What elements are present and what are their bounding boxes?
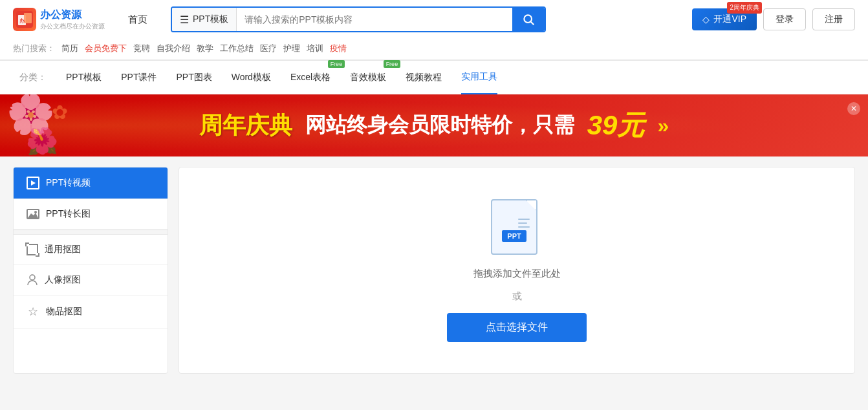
cat-ppt-chart[interactable]: PPT图表	[176, 61, 212, 94]
search-button[interactable]	[512, 8, 545, 31]
sidebar-item-object-matting[interactable]: ☆ 物品抠图	[14, 296, 168, 329]
sidebar-divider	[14, 230, 168, 235]
search-bar: ☰ PPT模板	[171, 6, 546, 32]
hot-tag-jingpin[interactable]: 竞聘	[133, 43, 150, 54]
video-convert-icon	[27, 177, 39, 189]
category-nav: 分类： PPT模板 PPT课件 PPT图表 Word模板 Excel表格 Fre…	[0, 61, 868, 94]
vip-badge: 2周年庆典	[727, 2, 762, 14]
vip-label: 开通VIP	[713, 14, 746, 25]
select-file-button[interactable]: 点击选择文件	[447, 313, 587, 342]
sidebar-item-ppt-to-image[interactable]: PPT转长图	[14, 199, 168, 230]
file-lines	[518, 219, 530, 228]
cat-word-template[interactable]: Word模板	[232, 61, 271, 94]
header: 办 办公资源 办公文档尽在办公资源 首页 ☰ PPT模板	[0, 0, 868, 61]
star-icon: ☆	[27, 305, 39, 319]
file-body: PPT	[491, 199, 537, 255]
register-button[interactable]: 注册	[812, 8, 855, 30]
svg-point-9	[30, 275, 35, 280]
hot-tag-jiaoxue[interactable]: 教学	[197, 43, 213, 54]
hot-tag-vip[interactable]: 会员免费下	[85, 43, 127, 54]
hot-tag-huli[interactable]: 护理	[283, 43, 300, 54]
sidebar-label-portrait-matting: 人像抠图	[45, 274, 81, 286]
cat-excel-template[interactable]: Excel表格 Free	[290, 61, 331, 94]
search-icon	[522, 13, 535, 26]
hot-label: 热门搜索：	[13, 43, 55, 54]
excel-label: Excel表格	[290, 72, 331, 82]
header-actions: 2周年庆典 ◇ 开通VIP 登录 注册	[692, 8, 855, 30]
sidebar-label-object-matting: 物品抠图	[46, 306, 82, 318]
ppt-file-icon: PPT	[491, 199, 543, 257]
banner-close-button[interactable]: ✕	[847, 102, 860, 115]
vip-button[interactable]: 2周年庆典 ◇ 开通VIP	[692, 8, 757, 30]
hot-tag-peixun[interactable]: 培训	[307, 43, 323, 54]
cat-ppt-course[interactable]: PPT课件	[121, 61, 157, 94]
sidebar-item-general-matting[interactable]: 通用抠图	[14, 235, 168, 265]
svg-point-8	[34, 211, 37, 213]
logo-text: 办公资源 办公文档尽在办公资源	[40, 8, 105, 31]
sidebar-label-ppt-image: PPT转长图	[46, 208, 91, 220]
diamond-icon: ◇	[702, 14, 710, 25]
banner-price: 39元	[587, 107, 645, 144]
hot-tag-yiliao[interactable]: 医疗	[260, 43, 277, 54]
logo[interactable]: 办 办公资源 办公文档尽在办公资源	[13, 8, 105, 31]
svg-rect-2	[24, 13, 32, 23]
upload-area[interactable]: PPT 拖拽添加文件至此处 或 点击选择文件	[179, 167, 855, 374]
file-label: PPT	[502, 230, 526, 242]
hot-searches: 热门搜索： 简历 会员免费下 竞聘 自我介绍 教学 工作总结 医疗 护理 培训 …	[13, 39, 855, 59]
hot-tag-ziwo[interactable]: 自我介绍	[157, 43, 190, 54]
svg-text:办: 办	[19, 18, 25, 24]
menu-icon: ☰	[180, 14, 189, 26]
hot-tag-yiqing[interactable]: 疫情	[330, 43, 347, 54]
cat-video-tutorial[interactable]: 视频教程	[406, 61, 442, 94]
svg-marker-6	[31, 180, 36, 186]
search-input[interactable]	[237, 14, 512, 25]
logo-sub-text: 办公文档尽在办公资源	[40, 22, 105, 31]
image-convert-icon	[27, 209, 39, 219]
search-category-selector[interactable]: ☰ PPT模板	[172, 8, 237, 31]
search-category-label: PPT模板	[193, 14, 228, 25]
sidebar-item-ppt-to-video[interactable]: PPT转视频	[14, 167, 168, 199]
cat-practical-tools[interactable]: 实用工具	[461, 61, 497, 94]
banner[interactable]: 🌸 🌺 ✿ 周年庆典 网站终身会员限时特价，只需 39元 » ✕	[0, 94, 868, 156]
sidebar-label-ppt-video: PPT转视频	[46, 177, 91, 189]
upload-inner: PPT 拖拽添加文件至此处 或 点击选择文件	[421, 173, 613, 368]
excel-free-badge: Free	[328, 60, 345, 68]
sidebar-label-general-matting: 通用抠图	[45, 244, 81, 255]
crop-icon	[27, 244, 38, 255]
drag-text: 拖拽添加文件至此处	[473, 268, 561, 280]
nav-home[interactable]: 首页	[118, 14, 158, 26]
banner-decoration: 🌸 🌺 ✿	[0, 94, 129, 156]
sidebar-item-portrait-matting[interactable]: 人像抠图	[14, 265, 168, 296]
logo-icon: 办	[13, 8, 36, 31]
logo-main-text: 办公资源	[40, 8, 105, 22]
svg-line-5	[531, 22, 534, 25]
svg-point-4	[524, 15, 532, 23]
banner-subtitle: 网站终身会员限时特价，只需	[305, 111, 574, 140]
banner-arrow: »	[657, 114, 669, 138]
main-content: PPT转视频 PPT转长图 通用抠图 人像抠图	[0, 156, 868, 384]
hot-tag-gongzuo[interactable]: 工作总结	[220, 43, 254, 54]
or-text: 或	[512, 290, 522, 303]
sidebar: PPT转视频 PPT转长图 通用抠图 人像抠图	[13, 167, 168, 374]
audio-free-badge: Free	[384, 60, 401, 68]
cat-ppt-template[interactable]: PPT模板	[66, 61, 102, 94]
login-button[interactable]: 登录	[763, 8, 806, 30]
cat-audio-template[interactable]: 音效模板 Free	[350, 61, 386, 94]
person-icon	[27, 274, 38, 286]
category-label: 分类：	[19, 72, 47, 83]
banner-text: 周年庆典 网站终身会员限时特价，只需 39元 »	[199, 107, 669, 144]
audio-label: 音效模板	[350, 72, 386, 82]
banner-title: 周年庆典	[199, 110, 292, 142]
hot-tag-jianlv[interactable]: 简历	[61, 43, 78, 54]
file-corner	[526, 200, 536, 211]
